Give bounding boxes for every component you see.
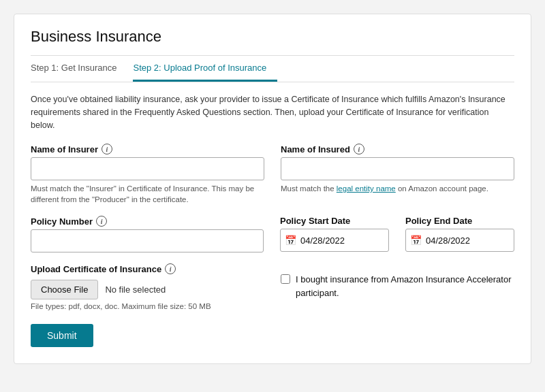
name-of-insurer-label: Name of Insurer i (31, 144, 264, 154)
tab-get-insurance[interactable]: Step 1: Get Insurance (31, 56, 127, 82)
policy-number-label: Policy Number i (31, 216, 264, 227)
policy-number-col: Policy Number i (31, 216, 264, 252)
form-row-names: Name of Insurer i Must match the "Insure… (31, 144, 514, 205)
checkbox-row: I bought insurance from Amazon Insurance… (281, 273, 514, 299)
submit-button[interactable]: Submit (31, 324, 93, 347)
tabs: Step 1: Get Insurance Step 2: Upload Pro… (31, 56, 514, 82)
no-file-text: No file selected (105, 284, 166, 295)
name-of-insured-label: Name of Insured i (281, 144, 514, 154)
upload-info-icon[interactable]: i (165, 263, 176, 274)
calendar-end-icon: 📅 (410, 235, 422, 246)
policy-end-date-value: 04/28/2022 (426, 235, 470, 246)
policy-number-input[interactable] (31, 229, 264, 252)
name-of-insured-input[interactable] (281, 157, 514, 180)
bottom-row: Upload Certificate of Insurance i Choose… (31, 263, 514, 310)
choose-file-button[interactable]: Choose File (31, 280, 98, 299)
upload-section: Upload Certificate of Insurance i Choose… (31, 263, 264, 310)
name-of-insurer-info-icon[interactable]: i (102, 144, 112, 154)
policy-end-date-col: Policy End Date 📅 04/28/2022 (405, 216, 514, 252)
policy-start-date-input[interactable]: 📅 04/28/2022 (280, 229, 389, 252)
calendar-start-icon: 📅 (285, 235, 296, 246)
checkbox-section: I bought insurance from Amazon Insurance… (281, 263, 514, 310)
name-of-insured-info-icon[interactable]: i (354, 144, 364, 154)
policy-start-date-col: Policy Start Date 📅 04/28/2022 (280, 216, 389, 252)
upload-label: Upload Certificate of Insurance i (31, 263, 264, 274)
checkbox-label[interactable]: I bought insurance from Amazon Insurance… (296, 273, 514, 299)
page-title: Business Insurance (31, 28, 514, 46)
file-types-text: File types: pdf, docx, doc. Maximum file… (31, 302, 264, 310)
name-of-insured-hint: Must match the legal entity name on Amaz… (281, 183, 514, 194)
legal-entity-link[interactable]: legal entity name (337, 184, 396, 193)
info-text: Once you've obtained liability insurance… (31, 93, 514, 131)
amazon-insurance-checkbox[interactable] (281, 274, 290, 284)
policy-end-date-input[interactable]: 📅 04/28/2022 (405, 229, 514, 252)
policy-start-date-value: 04/28/2022 (300, 235, 345, 246)
name-of-insurer-input[interactable] (31, 157, 264, 180)
policy-end-date-label: Policy End Date (405, 216, 514, 226)
form-row-policy: Policy Number i Policy Start Date 📅 04/2… (31, 216, 514, 252)
name-of-insurer-col: Name of Insurer i Must match the "Insure… (31, 144, 264, 205)
policy-start-date-label: Policy Start Date (280, 216, 389, 226)
name-of-insurer-hint: Must match the "Insurer" in Certificate … (31, 183, 264, 205)
policy-number-info-icon[interactable]: i (96, 216, 107, 227)
name-of-insured-col: Name of Insured i Must match the legal e… (281, 144, 514, 205)
page-container: Business Insurance Step 1: Get Insurance… (14, 14, 531, 364)
file-input-row: Choose File No file selected (31, 280, 264, 299)
tab-upload-proof[interactable]: Step 2: Upload Proof of Insurance (133, 56, 277, 82)
